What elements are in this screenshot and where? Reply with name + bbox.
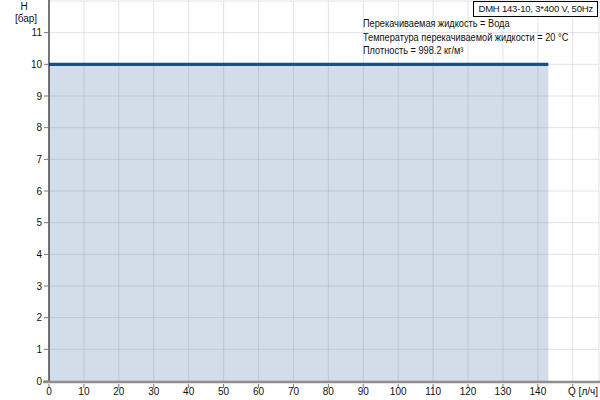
x-tick-label: 40 xyxy=(183,386,195,397)
y-axis-title: H xyxy=(20,1,27,12)
y-tick-label: 4 xyxy=(36,249,42,260)
x-tick-label: 10 xyxy=(78,386,90,397)
x-tick-label: 50 xyxy=(218,386,230,397)
x-tick-label: 110 xyxy=(425,386,441,397)
x-tick-label: 140 xyxy=(530,386,547,397)
y-tick-label: 5 xyxy=(36,217,42,228)
y-tick-label: 2 xyxy=(36,312,42,323)
x-tick-label: 80 xyxy=(323,386,335,397)
x-tick-label: 30 xyxy=(148,386,160,397)
x-tick-label: 70 xyxy=(288,386,300,397)
pump-model-badge: DMH 143-10, 3*400 V, 50Hz xyxy=(473,1,598,17)
x-tick-label: 60 xyxy=(253,386,265,397)
pump-curve-chart: 0102030405060708090100110120130140012345… xyxy=(0,0,600,400)
y-tick-label: 0 xyxy=(36,376,42,387)
pump-performance-chart-screen: 0102030405060708090100110120130140012345… xyxy=(0,0,600,400)
x-tick-label: 100 xyxy=(390,386,407,397)
x-tick-label: 0 xyxy=(46,386,52,397)
x-tick-label: 20 xyxy=(113,386,125,397)
y-tick-label: 10 xyxy=(31,59,43,70)
annotation-pumped-liquid: Перекачиваемая жидкость = Вода xyxy=(363,17,568,31)
y-tick-label: 1 xyxy=(36,344,42,355)
chart-annotations: Перекачиваемая жидкость = Вода Температу… xyxy=(363,17,568,58)
y-tick-label: 6 xyxy=(36,186,42,197)
x-tick-label: 130 xyxy=(495,386,512,397)
x-tick-label: 90 xyxy=(358,386,370,397)
y-tick-label: 7 xyxy=(36,154,42,165)
annotation-density: Плотность = 998.2 кг/м³ xyxy=(363,44,568,58)
pump-model-label: DMH 143-10, 3*400 V, 50Hz xyxy=(478,3,593,14)
y-tick-label: 9 xyxy=(36,91,42,102)
x-axis-title: Q [л/ч] xyxy=(568,386,598,397)
y-tick-label: 11 xyxy=(32,27,43,38)
annotation-liquid-temperature: Температура перекачиваемой жидкости = 20… xyxy=(363,31,568,45)
y-tick-label: 8 xyxy=(36,122,42,133)
y-tick-label: 3 xyxy=(36,281,42,292)
x-tick-label: 120 xyxy=(460,386,477,397)
y-axis-unit-label: [бар] xyxy=(15,13,37,24)
